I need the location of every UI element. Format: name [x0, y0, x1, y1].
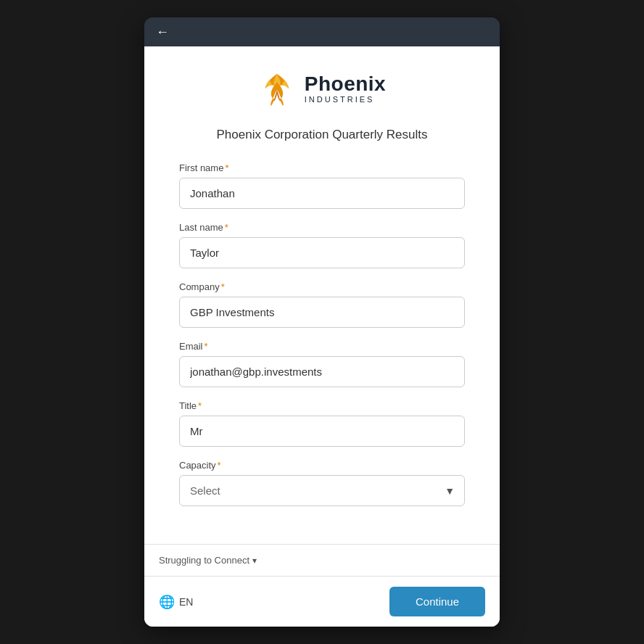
- phoenix-logo-icon: [258, 70, 296, 107]
- email-input[interactable]: [179, 356, 465, 387]
- title-input[interactable]: [179, 416, 465, 447]
- capacity-label: Capacity*: [179, 460, 465, 471]
- phone-frame: ←: [144, 17, 500, 627]
- top-bar: ←: [144, 17, 500, 46]
- chevron-down-icon: ▾: [252, 556, 257, 566]
- brand-sub: INDUSTRIES: [305, 95, 386, 104]
- title-group: Title*: [179, 400, 465, 447]
- last-name-label: Last name*: [179, 222, 465, 233]
- brand-text: Phoenix INDUSTRIES: [305, 73, 386, 104]
- required-star: *: [205, 341, 208, 352]
- required-star: *: [225, 222, 228, 233]
- struggling-connect-section[interactable]: Struggling to Connect ▾: [144, 545, 500, 576]
- first-name-label: First name*: [179, 162, 465, 173]
- company-input[interactable]: [179, 297, 465, 328]
- email-group: Email*: [179, 341, 465, 387]
- back-button[interactable]: ←: [156, 25, 169, 40]
- email-label: Email*: [179, 341, 465, 352]
- last-name-group: Last name*: [179, 222, 465, 268]
- required-star: *: [225, 162, 228, 173]
- page-title: Phoenix Corporation Quarterly Results: [179, 128, 465, 142]
- required-star: *: [198, 400, 202, 411]
- required-star: *: [218, 460, 221, 471]
- first-name-group: First name*: [179, 162, 465, 209]
- struggling-connect-text: Struggling to Connect: [159, 555, 249, 566]
- language-text: EN: [179, 596, 193, 608]
- first-name-input[interactable]: [179, 178, 465, 209]
- capacity-group: Capacity* Select Individual Investor Ins…: [179, 460, 465, 506]
- logo-section: Phoenix INDUSTRIES: [179, 70, 465, 107]
- required-star: *: [221, 281, 225, 292]
- globe-icon: 🌐: [159, 594, 175, 610]
- title-label: Title*: [179, 400, 465, 411]
- capacity-select-wrapper: Select Individual Investor Institutional…: [179, 475, 465, 506]
- brand-name: Phoenix: [305, 73, 386, 96]
- footer-bar: 🌐 EN Continue: [144, 577, 500, 627]
- capacity-select[interactable]: Select Individual Investor Institutional…: [179, 475, 465, 506]
- continue-button[interactable]: Continue: [389, 587, 485, 616]
- company-group: Company*: [179, 281, 465, 328]
- last-name-input[interactable]: [179, 237, 465, 268]
- form-area: Phoenix INDUSTRIES Phoenix Corporation Q…: [144, 46, 500, 544]
- language-selector[interactable]: 🌐 EN: [159, 594, 193, 610]
- company-label: Company*: [179, 281, 465, 292]
- modal-content: Phoenix INDUSTRIES Phoenix Corporation Q…: [144, 46, 500, 627]
